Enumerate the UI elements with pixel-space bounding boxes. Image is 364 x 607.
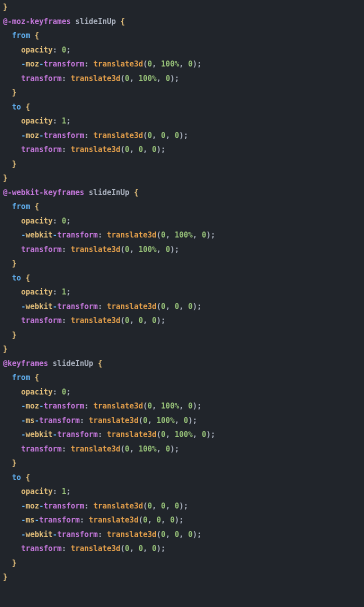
code-line: -moz-transform: translate3d(0, 0, 0); <box>3 499 364 514</box>
code-line: -moz-transform: translate3d(0, 100%, 0); <box>3 399 364 414</box>
code-line: @keyframes slideInUp { <box>3 356 364 371</box>
code-line: to { <box>3 100 364 114</box>
code-line: transform: translate3d(0, 100%, 0); <box>3 442 364 456</box>
code-line: from { <box>3 370 364 385</box>
code-line: opacity: 0; <box>3 214 364 228</box>
code-line: } <box>3 342 364 356</box>
code-line: transform: translate3d(0, 100%, 0); <box>3 242 364 257</box>
code-line: transform: translate3d(0, 0, 0); <box>3 314 364 328</box>
code-line: -ms-transform: translate3d(0, 100%, 0); <box>3 414 364 428</box>
code-line: } <box>3 86 364 100</box>
code-editor[interactable]: }@-moz-keyframes slideInUp { from { opac… <box>0 0 364 584</box>
code-line: @-moz-keyframes slideInUp { <box>3 14 364 29</box>
code-line: } <box>3 556 364 570</box>
code-line: } <box>3 256 364 271</box>
code-line: -ms-transform: translate3d(0, 0, 0); <box>3 513 364 528</box>
code-line: from { <box>3 200 364 214</box>
code-line: } <box>3 328 364 342</box>
code-line: @-webkit-keyframes slideInUp { <box>3 186 364 200</box>
code-line: -moz-transform: translate3d(0, 0, 0); <box>3 128 364 143</box>
code-line: to { <box>3 271 364 286</box>
code-line: -moz-transform: translate3d(0, 100%, 0); <box>3 57 364 72</box>
code-line: } <box>3 570 364 584</box>
code-line: -webkit-transform: translate3d(0, 100%, … <box>3 228 364 242</box>
code-line: -webkit-transform: translate3d(0, 0, 0); <box>3 300 364 314</box>
code-line: opacity: 0; <box>3 385 364 400</box>
code-line: transform: translate3d(0, 100%, 0); <box>3 72 364 86</box>
code-line: transform: translate3d(0, 0, 0); <box>3 542 364 556</box>
code-line: opacity: 1; <box>3 484 364 499</box>
code-line: } <box>3 171 364 186</box>
code-line: -webkit-transform: translate3d(0, 0, 0); <box>3 528 364 542</box>
code-line: } <box>3 0 364 14</box>
code-line: from { <box>3 28 364 43</box>
code-line: opacity: 1; <box>3 114 364 128</box>
code-line: } <box>3 456 364 470</box>
code-line: transform: translate3d(0, 0, 0); <box>3 142 364 157</box>
code-line: -webkit-transform: translate3d(0, 100%, … <box>3 428 364 442</box>
code-line: } <box>3 157 364 172</box>
code-line: to { <box>3 470 364 485</box>
code-line: opacity: 1; <box>3 285 364 300</box>
code-line: opacity: 0; <box>3 43 364 58</box>
